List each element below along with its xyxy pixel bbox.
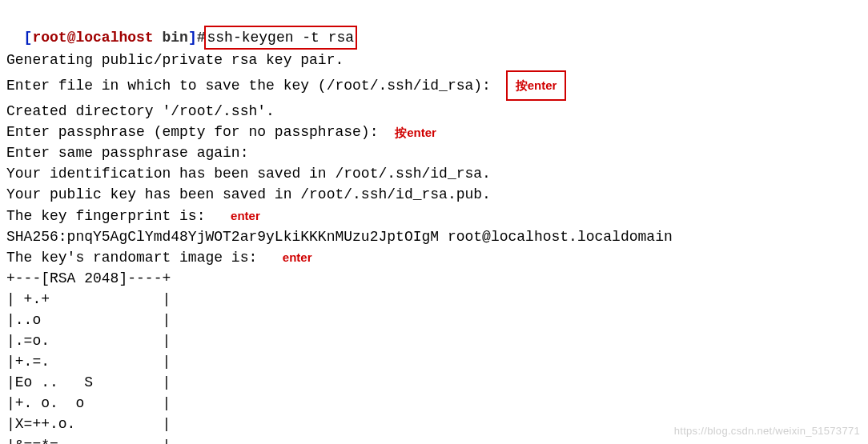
randomart-row: |+.=. |: [6, 354, 171, 370]
prompt-path: bin: [154, 30, 188, 46]
randomart-line: |+.=. |: [6, 351, 862, 372]
out-id-saved: Your identification has been saved in /r…: [6, 166, 491, 182]
randomart-row: |X=++.o. |: [6, 416, 171, 432]
out-generating: Generating public/private rsa key pair.: [6, 52, 344, 68]
output-line: Enter same passphrase again:: [6, 142, 862, 163]
out-randomart-label: The key's randomart image is:: [6, 250, 275, 266]
randomart-line: |..o |: [6, 310, 862, 330]
output-line: Generating public/private rsa key pair.: [6, 50, 862, 70]
out-passphrase-again: Enter same passphrase again:: [6, 145, 248, 161]
randomart-row: |..o |: [6, 312, 171, 328]
randomart-row: |Eo .. S |: [6, 374, 171, 390]
annotation-enter: enter: [231, 207, 260, 225]
randomart-row: |&==*=.. |: [6, 438, 171, 444]
out-created-dir: Created directory '/root/.ssh'.: [6, 103, 275, 119]
out-sha256: SHA256:pnqY5AgClYmd48YjWOT2ar9yLkiKKKnMU…: [6, 229, 673, 245]
prompt-user-host: root@localhost: [32, 30, 153, 46]
output-line: Enter passphrase (empty for no passphras…: [6, 122, 862, 142]
command-text[interactable]: ssh-keygen -t rsa: [207, 30, 355, 46]
output-line: Created directory '/root/.ssh'.: [6, 101, 862, 122]
out-enter-file: Enter file in which to save the key (/ro…: [6, 78, 500, 94]
output-line: Your public key has been saved in /root/…: [6, 184, 862, 205]
out-pub-saved: Your public key has been saved in /root/…: [6, 186, 491, 202]
randomart-line: |Eo .. S |: [6, 372, 862, 393]
annotation-press-enter: 按enter: [395, 124, 436, 142]
randomart-row: | +.+ |: [6, 291, 171, 307]
output-line: Your identification has been saved in /r…: [6, 163, 862, 184]
prompt-open-bracket: [: [24, 30, 33, 46]
watermark-text: https://blog.csdn.net/weixin_51573771: [674, 424, 860, 439]
randomart-top: +---[RSA 2048]----+: [6, 270, 171, 286]
annotation-enter: enter: [283, 249, 312, 266]
randomart-row: |+. o. o |: [6, 395, 171, 411]
output-line: SHA256:pnqY5AgClYmd48YjWOT2ar9yLkiKKKnMU…: [6, 226, 862, 247]
out-fingerprint-label: The key fingerprint is:: [6, 208, 223, 224]
output-line: Enter file in which to save the key (/ro…: [6, 70, 862, 101]
prompt-close-bracket: ]: [188, 30, 197, 46]
randomart-line: |+. o. o |: [6, 393, 862, 414]
randomart-line: | +.+ |: [6, 289, 862, 310]
randomart-row: |.=o. |: [6, 333, 171, 349]
annotation-press-enter: 按enter: [506, 70, 567, 101]
randomart-line: |.=o. |: [6, 330, 862, 351]
out-passphrase: Enter passphrase (empty for no passphras…: [6, 124, 387, 140]
prompt-line: [root@localhost bin]#ssh-keygen -t rsa: [6, 5, 862, 50]
output-line: The key's randomart image is: enter: [6, 247, 862, 268]
ssh-keygen-command-highlight: ssh-keygen -t rsa: [204, 26, 358, 50]
randomart-line: +---[RSA 2048]----+: [6, 268, 862, 289]
output-line: The key fingerprint is: enter: [6, 206, 862, 226]
